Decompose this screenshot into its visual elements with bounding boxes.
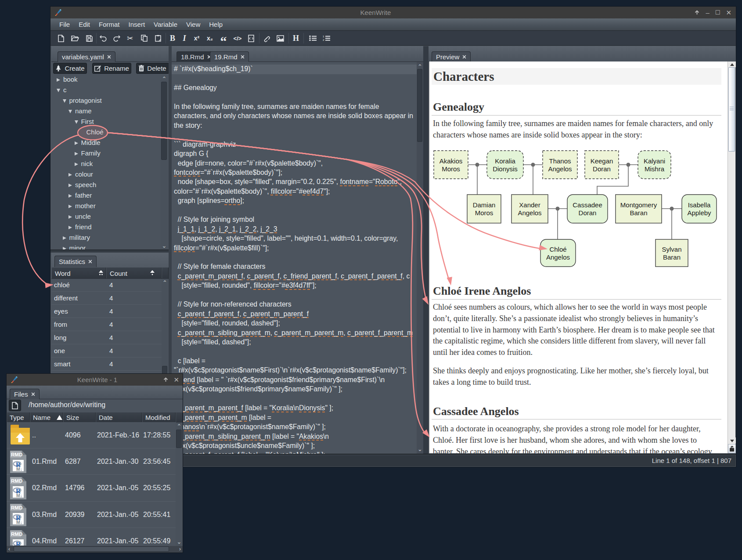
svg-text:RMD: RMD — [11, 505, 22, 510]
svg-text:Baran: Baran — [630, 209, 647, 217]
svg-text:Thanos: Thanos — [549, 157, 571, 165]
svg-text:Dionysis: Dionysis — [493, 165, 518, 173]
svg-text:Mishra: Mishra — [645, 165, 665, 173]
svg-text:RMD: RMD — [11, 478, 22, 484]
svg-text:Sylvan: Sylvan — [662, 246, 681, 253]
svg-text:RMD: RMD — [11, 452, 22, 457]
svg-text:Akakios: Akakios — [439, 157, 463, 165]
svg-text:R: R — [16, 541, 21, 546]
svg-text:Doran: Doran — [593, 165, 611, 173]
svg-text:RMD: RMD — [11, 531, 22, 537]
svg-text:Appleby: Appleby — [687, 209, 711, 217]
svg-text:Moros: Moros — [442, 165, 460, 173]
svg-text:Moros: Moros — [475, 209, 493, 217]
svg-text:2: 2 — [323, 39, 324, 41]
svg-text:Angelos: Angelos — [548, 165, 572, 173]
svg-text:Montgomery: Montgomery — [620, 201, 657, 209]
svg-text:Doran: Doran — [579, 209, 597, 217]
svg-text:Koralia: Koralia — [495, 157, 515, 165]
svg-text:Xander: Xander — [519, 201, 540, 209]
svg-text:Keegan: Keegan — [591, 157, 613, 165]
svg-text:Chloé: Chloé — [549, 246, 566, 253]
svg-text:M↓: M↓ — [16, 466, 22, 472]
svg-text:M↓: M↓ — [16, 520, 22, 525]
svg-text:Angelos: Angelos — [518, 209, 541, 217]
svg-text:Angelos: Angelos — [546, 253, 570, 261]
svg-text:Cassadee: Cassadee — [573, 201, 602, 209]
svg-text:M↓: M↓ — [16, 493, 22, 498]
svg-text:Isabella: Isabella — [688, 201, 711, 209]
svg-text:Kalyani: Kalyani — [644, 157, 665, 165]
svg-text:Damian: Damian — [473, 201, 496, 209]
svg-text:Baran: Baran — [663, 253, 681, 261]
svg-text:1: 1 — [323, 35, 324, 38]
